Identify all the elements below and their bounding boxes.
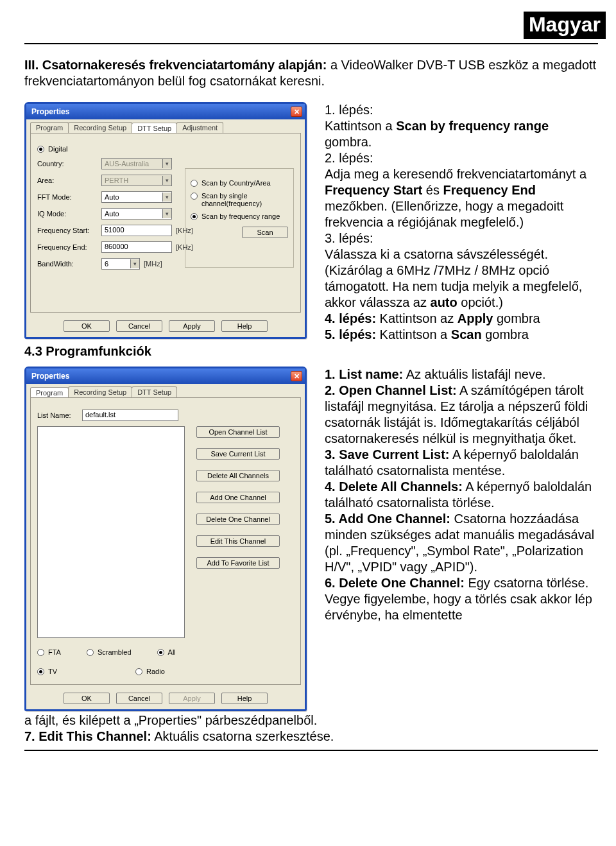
tab-panel: Digital Country: AUS-Australia ▾ Area: P… — [30, 133, 301, 313]
option-fta[interactable]: FTA — [37, 648, 61, 656]
tab-strip: Program Recording Setup DTT Setup — [26, 384, 305, 397]
ok-button[interactable]: OK — [64, 693, 110, 704]
scan-mode-group: Scan by Country/Area Scan by single chan… — [185, 168, 294, 268]
help-button[interactable]: Help — [221, 320, 268, 332]
label-country: Country: — [37, 160, 101, 168]
country-value: AUS-Australia — [105, 160, 149, 168]
bottom-rule — [24, 750, 598, 751]
chevron-down-icon: ▾ — [162, 193, 171, 202]
area-select: PERTH ▾ — [101, 175, 172, 186]
tab-program[interactable]: Program — [30, 387, 69, 398]
ok-button[interactable]: OK — [64, 320, 110, 332]
delete-all-channels-button[interactable]: Delete All Channels — [196, 470, 280, 481]
tab-panel: List Name: default.lst Open Channel List… — [30, 397, 301, 685]
option-all[interactable]: All — [157, 648, 176, 656]
bandwidth-value: 6 — [105, 260, 108, 268]
option-scrambled[interactable]: Scrambled — [87, 648, 132, 656]
cancel-button[interactable]: Cancel — [116, 693, 162, 704]
close-icon[interactable]: ✕ — [291, 371, 302, 381]
option-radio[interactable]: Radio — [135, 668, 165, 675]
properties-dialog-dtt-setup: Properties ✕ Program Recording Setup DTT… — [24, 102, 307, 339]
radio-icon — [135, 668, 142, 675]
radio-icon — [87, 649, 94, 656]
delete-one-channel-button[interactable]: Delete One Channel — [196, 514, 280, 525]
add-one-channel-button[interactable]: Add One Channel — [196, 492, 280, 503]
radio-icon — [191, 180, 198, 187]
tab-recording-setup[interactable]: Recording Setup — [68, 122, 132, 133]
wrap-text: a fájlt, és kilépett a „Properties" párb… — [24, 712, 598, 745]
option-scan-range[interactable]: Scan by frequency range — [191, 212, 288, 220]
radio-icon — [37, 146, 44, 153]
intro-paragraph: III. Csatornakeresés frekvenciatartomány… — [24, 57, 598, 89]
option-tv-label: TV — [48, 668, 57, 675]
frequency-end-input[interactable]: 860000 — [101, 241, 172, 253]
tab-recording-setup[interactable]: Recording Setup — [68, 386, 132, 397]
label-iq-mode: IQ Mode: — [37, 210, 101, 218]
area-value: PERTH — [105, 177, 128, 184]
unit-mhz: [MHz] — [144, 260, 162, 268]
titlebar: Properties ✕ — [26, 104, 305, 119]
chevron-down-icon: ▾ — [130, 259, 139, 268]
label-area: Area: — [37, 177, 101, 184]
channel-buttons: Open Channel List Save Current List Dele… — [196, 426, 280, 569]
cancel-button[interactable]: Cancel — [116, 320, 162, 332]
save-current-list-button[interactable]: Save Current List — [196, 448, 280, 460]
label-fft-mode: FFT Mode: — [37, 193, 101, 201]
label-list-name: List Name: — [37, 411, 82, 419]
option-all-label: All — [168, 648, 176, 656]
dialog-buttons: OK Cancel Apply Help — [26, 316, 305, 337]
edit-this-channel-button[interactable]: Edit This Channel — [196, 535, 280, 547]
tab-strip: Program Recording Setup DTT Setup Adjust… — [26, 119, 305, 133]
apply-button: Apply — [169, 693, 215, 704]
list-name-input[interactable]: default.lst — [82, 410, 178, 421]
chevron-down-icon: ▾ — [162, 176, 171, 185]
tab-dtt-setup[interactable]: DTT Setup — [132, 386, 177, 397]
option-scan-single-label: Scan by single channel(frequency) — [201, 192, 288, 207]
apply-button[interactable]: Apply — [169, 320, 215, 332]
tab-dtt-setup[interactable]: DTT Setup — [132, 123, 177, 134]
option-fta-label: FTA — [48, 648, 61, 656]
dialog-title: Properties — [31, 107, 69, 116]
language-badge: Magyar — [524, 12, 606, 39]
dialog-buttons: OK Cancel Apply Help — [26, 689, 305, 709]
iq-mode-value: Auto — [105, 210, 119, 218]
option-scan-country[interactable]: Scan by Country/Area — [191, 179, 288, 187]
country-select: AUS-Australia ▾ — [101, 158, 172, 169]
add-to-favorite-button[interactable]: Add To Favorite List — [196, 557, 280, 569]
chevron-down-icon: ▾ — [162, 159, 171, 168]
bandwidth-select[interactable]: 6 ▾ — [101, 258, 140, 270]
frequency-start-input[interactable]: 51000 — [101, 225, 172, 236]
steps-column-1: 1. lépés: Kattintson a Scan by frequency… — [325, 102, 598, 343]
close-icon[interactable]: ✕ — [291, 107, 302, 117]
section-heading: 4.3 Programfunkciók — [24, 344, 313, 359]
option-scrambled-label: Scrambled — [98, 648, 132, 656]
option-radio-label: Radio — [146, 668, 165, 675]
option-digital[interactable]: Digital — [37, 145, 294, 153]
titlebar: Properties ✕ — [26, 368, 305, 384]
dialog-title: Properties — [31, 372, 69, 381]
option-scan-country-label: Scan by Country/Area — [201, 179, 271, 187]
open-channel-list-button[interactable]: Open Channel List — [196, 426, 280, 438]
option-tv[interactable]: TV — [37, 668, 57, 675]
label-bandwidth: BandWidth: — [37, 260, 101, 268]
tab-adjustment[interactable]: Adjustment — [176, 122, 223, 133]
intro-heading: III. Csatornakeresés frekvenciatartomány… — [24, 58, 327, 72]
tab-program[interactable]: Program — [30, 122, 69, 133]
radio-icon — [37, 649, 44, 656]
top-rule — [24, 43, 598, 44]
radio-icon — [37, 668, 44, 675]
chevron-down-icon: ▾ — [162, 209, 171, 218]
option-digital-label: Digital — [48, 145, 68, 153]
help-button[interactable]: Help — [221, 693, 268, 704]
iq-mode-select[interactable]: Auto ▾ — [101, 208, 172, 220]
steps-column-2: 1. List name: Az aktuális listafájl neve… — [325, 367, 598, 623]
scan-button[interactable]: Scan — [242, 227, 288, 238]
label-frequency-start: Frequency Start: — [37, 227, 101, 234]
radio-icon — [191, 193, 198, 200]
properties-dialog-program: Properties ✕ Program Recording Setup DTT… — [24, 367, 307, 711]
option-scan-single[interactable]: Scan by single channel(frequency) — [191, 192, 288, 207]
fft-mode-value: Auto — [105, 193, 119, 201]
channel-list[interactable] — [37, 426, 185, 638]
fft-mode-select[interactable]: Auto ▾ — [101, 191, 172, 203]
option-scan-range-label: Scan by frequency range — [201, 212, 280, 220]
